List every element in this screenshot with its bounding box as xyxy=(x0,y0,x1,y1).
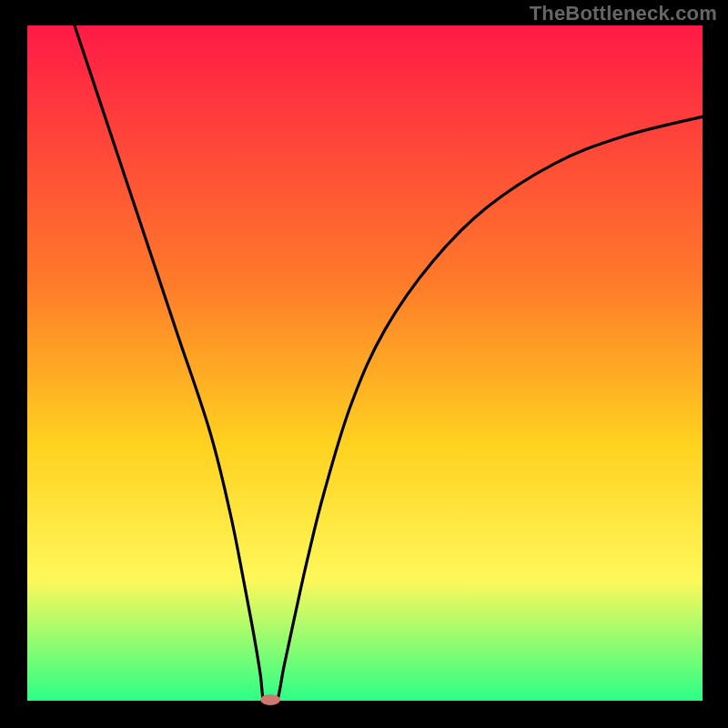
chart-frame: TheBottleneck.com xyxy=(0,0,728,728)
notch-marker xyxy=(260,694,280,705)
plot-panel xyxy=(27,25,703,701)
bottleneck-chart xyxy=(0,0,728,728)
watermark-text: TheBottleneck.com xyxy=(530,2,717,25)
